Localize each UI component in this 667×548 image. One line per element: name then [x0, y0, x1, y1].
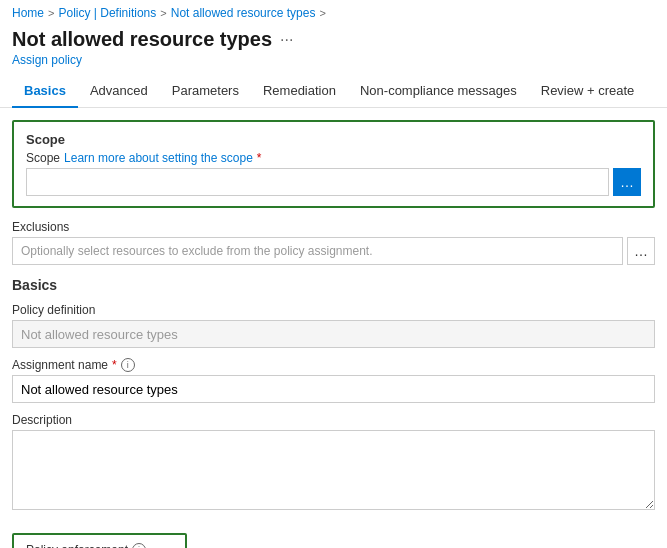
exclusions-browse-button[interactable]: … — [627, 237, 655, 265]
scope-input[interactable] — [26, 168, 609, 196]
breadcrumb-not-allowed[interactable]: Not allowed resource types — [171, 6, 316, 20]
exclusions-placeholder[interactable]: Optionally select resources to exclude f… — [12, 237, 623, 265]
basics-section: Basics Policy definition Assignment name… — [12, 277, 655, 548]
policy-enforcement-label-text: Policy enforcement — [26, 543, 128, 548]
scope-field-label: Scope Learn more about setting the scope… — [26, 151, 641, 165]
more-options-icon[interactable]: ··· — [280, 31, 293, 49]
tab-non-compliance[interactable]: Non-compliance messages — [348, 75, 529, 108]
assign-policy-link[interactable]: Assign policy — [0, 53, 667, 75]
scope-input-row: … — [26, 168, 641, 196]
assignment-name-required: * — [112, 358, 117, 372]
scope-browse-button[interactable]: … — [613, 168, 641, 196]
policy-enforcement-info-icon[interactable]: i — [132, 543, 146, 548]
tab-review-create[interactable]: Review + create — [529, 75, 647, 108]
assignment-name-group: Assignment name * i — [12, 358, 655, 403]
exclusions-input-row: Optionally select resources to exclude f… — [12, 237, 655, 265]
scope-section-title: Scope — [26, 132, 641, 147]
breadcrumb-home[interactable]: Home — [12, 6, 44, 20]
policy-definition-label: Policy definition — [12, 303, 655, 317]
page-header: Not allowed resource types ··· — [0, 24, 667, 53]
assignment-name-input[interactable] — [12, 375, 655, 403]
tabs-bar: Basics Advanced Parameters Remediation N… — [0, 75, 667, 108]
breadcrumb: Home > Policy | Definitions > Not allowe… — [0, 0, 667, 24]
assignment-name-label-text: Assignment name — [12, 358, 108, 372]
description-group: Description — [12, 413, 655, 513]
scope-label-text: Scope — [26, 151, 60, 165]
page-title: Not allowed resource types — [12, 28, 272, 51]
description-textarea[interactable] — [12, 430, 655, 510]
policy-enforcement-section: Policy enforcement i Enabled Disabled — [12, 533, 187, 548]
tab-parameters[interactable]: Parameters — [160, 75, 251, 108]
exclusions-label: Exclusions — [12, 220, 655, 234]
breadcrumb-sep2: > — [160, 7, 166, 19]
content-area: Scope Scope Learn more about setting the… — [0, 108, 667, 548]
policy-definition-input — [12, 320, 655, 348]
breadcrumb-policy-definitions[interactable]: Policy | Definitions — [58, 6, 156, 20]
policy-enforcement-label: Policy enforcement i — [26, 543, 173, 548]
policy-definition-group: Policy definition — [12, 303, 655, 348]
exclusions-row: Exclusions Optionally select resources t… — [12, 220, 655, 265]
basics-section-title: Basics — [12, 277, 655, 293]
tab-advanced[interactable]: Advanced — [78, 75, 160, 108]
breadcrumb-sep3: > — [319, 7, 325, 19]
tab-basics[interactable]: Basics — [12, 75, 78, 108]
assignment-name-label: Assignment name * i — [12, 358, 655, 372]
tab-remediation[interactable]: Remediation — [251, 75, 348, 108]
breadcrumb-sep1: > — [48, 7, 54, 19]
scope-section: Scope Scope Learn more about setting the… — [12, 120, 655, 208]
assignment-name-info-icon[interactable]: i — [121, 358, 135, 372]
scope-learn-more-link[interactable]: Learn more about setting the scope — [64, 151, 253, 165]
scope-required-marker: * — [257, 151, 262, 165]
description-label: Description — [12, 413, 655, 427]
